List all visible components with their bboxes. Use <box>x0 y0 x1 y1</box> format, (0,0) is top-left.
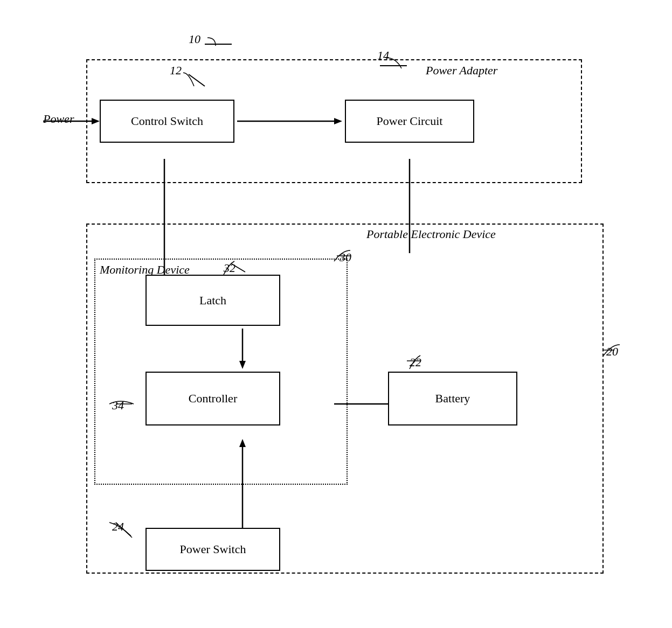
control-switch-box: Control Switch <box>100 100 234 143</box>
battery-box: Battery <box>388 372 517 425</box>
controller-box: Controller <box>146 372 280 425</box>
latch-box: Latch <box>146 275 280 326</box>
controller-label: Controller <box>189 392 237 406</box>
ref-34-leader <box>107 396 136 412</box>
power-circuit-box: Power Circuit <box>345 100 474 143</box>
power-adapter-label: Power Adapter <box>426 64 497 78</box>
power-switch-box: Power Switch <box>146 528 280 571</box>
control-switch-label: Control Switch <box>131 114 203 128</box>
battery-label: Battery <box>435 392 470 406</box>
diagram-container: 10 Power Adapter 14 12 Power Control Swi… <box>32 16 641 609</box>
ref-12: 12 <box>170 64 182 78</box>
ref-10-leader <box>194 35 221 48</box>
power-circuit-label: Power Circuit <box>377 114 443 128</box>
latch-label: Latch <box>199 294 226 308</box>
ref-20-leader <box>601 342 622 358</box>
power-switch-label: Power Switch <box>180 542 246 556</box>
portable-device-label: Portable Electronic Device <box>366 227 496 241</box>
ref-24-leader <box>107 517 139 539</box>
power-input-label: Power <box>43 112 74 126</box>
ref-14: 14 <box>377 48 389 62</box>
ref-22-leader <box>404 353 431 372</box>
